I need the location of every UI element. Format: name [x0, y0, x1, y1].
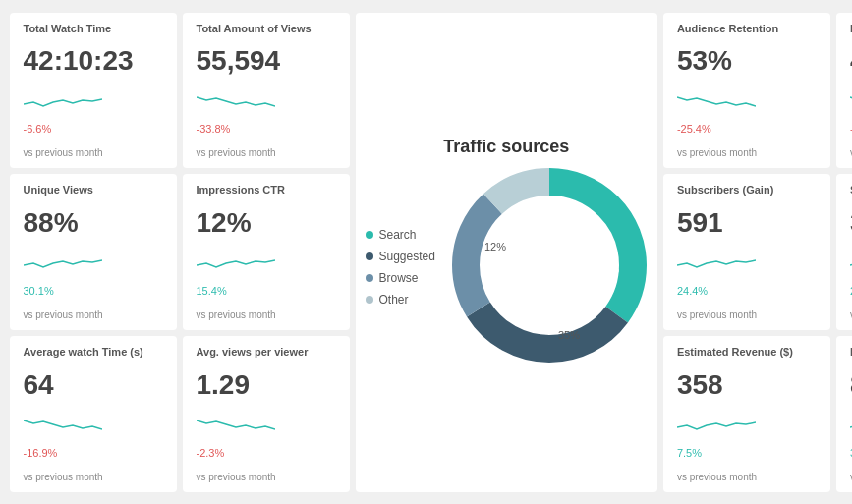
card-title: Avg. views per viewer	[197, 346, 336, 359]
sparkline	[677, 253, 817, 271]
card-vs: vs previous month	[197, 472, 336, 482]
card-value: 42:10:23	[24, 46, 163, 77]
sparkline	[24, 416, 163, 433]
card-unique-views: Unique Views 88% 30.1% vs previous month	[10, 174, 177, 330]
card-vs: vs previous month	[677, 309, 817, 320]
card-total-views: Total Amount of Views 55,594 -33.8% vs p…	[183, 13, 350, 169]
legend-label-other: Other	[379, 293, 409, 307]
card-estimated-revenue: Estimated Revenue ($) 358 7.5% vs previo…	[663, 336, 830, 492]
card-change: 7.5%	[677, 447, 817, 459]
card-title: Estimated Revenue ($)	[677, 346, 817, 359]
card-vs: vs previous month	[24, 147, 163, 158]
sparkline-negative	[24, 92, 163, 110]
card-vs: vs previous month	[197, 147, 336, 158]
card-value: 53%	[677, 46, 817, 77]
dashboard: Total Watch Time 42:10:23 -6.6% vs previ…	[4, 7, 849, 498]
card-value: 358	[677, 370, 817, 401]
card-change: 30.1%	[24, 285, 163, 297]
donut-chart: 35% 31% 22% 12%	[451, 167, 648, 367]
legend-item-other: Other	[366, 293, 435, 307]
card-change: -33.8%	[197, 123, 336, 135]
card-avg-watch-time: Average watch Time (s) 64 -16.9% vs prev…	[10, 336, 177, 492]
card-change: -2.3%	[197, 447, 336, 459]
card-subscribers-gain: Subscribers (Gain) 591 24.4% vs previous…	[663, 174, 830, 330]
card-title: Subscribers (Gain)	[677, 184, 817, 196]
card-audience-retention: Audience Retention 53% -25.4% vs previou…	[663, 13, 830, 169]
legend-dot-browse	[366, 274, 373, 282]
card-value: 591	[677, 208, 817, 239]
card-impressions-ctr: Impressions CTR 12% 15.4% vs previous mo…	[183, 174, 350, 330]
card-value: 12%	[197, 208, 336, 239]
card-change: -16.9%	[24, 447, 163, 459]
card-vs: vs previous month	[677, 472, 817, 482]
traffic-sources-panel: Traffic sources Search Suggested Browse …	[356, 13, 657, 492]
sparkline	[677, 416, 817, 433]
legend-item-browse: Browse	[366, 271, 435, 285]
card-title: Unique Views	[24, 184, 163, 196]
donut-inner	[495, 211, 603, 319]
sparkline	[197, 92, 336, 110]
card-change: 15.4%	[197, 285, 336, 297]
legend-dot-search	[366, 231, 373, 239]
legend-label-search: Search	[379, 228, 417, 242]
sparkline	[197, 253, 336, 271]
card-vs: vs previous month	[24, 472, 163, 482]
sparkline	[24, 253, 163, 271]
card-vs: vs previous month	[677, 147, 817, 158]
card-title: Total Watch Time	[24, 23, 163, 35]
card-value: 55,594	[197, 46, 336, 77]
card-value: 64	[24, 370, 163, 401]
card-value: 88%	[24, 208, 163, 239]
legend-label-suggested: Suggested	[379, 250, 435, 263]
legend-item-suggested: Suggested	[366, 250, 435, 263]
card-title: Impressions CTR	[197, 184, 336, 196]
label-35: 35%	[558, 329, 580, 341]
card-change: 24.4%	[677, 285, 817, 297]
card-total-watch-time: Total Watch Time 42:10:23 -6.6% vs previ…	[10, 13, 177, 169]
card-monetized-playbacks: Monetized playbacks (%) 88% 30.1% vs pre…	[836, 336, 852, 492]
traffic-title: Traffic sources	[443, 137, 569, 157]
card-title: Total Amount of Views	[197, 23, 336, 35]
card-vs: vs previous month	[197, 309, 336, 320]
traffic-content: Search Suggested Browse Other	[366, 167, 648, 367]
legend-dot-suggested	[366, 252, 373, 260]
card-title: Audience Retention	[677, 23, 817, 35]
legend-dot-other	[366, 296, 373, 304]
label-31: 31%	[597, 263, 619, 275]
card-change: -25.4%	[677, 123, 817, 135]
legend-item-search: Search	[366, 228, 435, 242]
legend-label-browse: Browse	[379, 271, 419, 285]
traffic-legend: Search Suggested Browse Other	[366, 228, 435, 307]
label-12: 12%	[484, 241, 506, 252]
card-engagement: Engagement 42,419 -27.1% vs previous mon…	[836, 13, 852, 169]
sparkline	[197, 416, 336, 433]
sparkline	[677, 92, 817, 110]
card-value: 1.29	[197, 370, 336, 401]
card-title: Average watch Time (s)	[24, 346, 163, 359]
label-22: 22%	[563, 211, 585, 223]
card-subscribers-lost: Subscribers (Lost) 36 2.9% vs previous m…	[836, 174, 852, 330]
card-vs: vs previous month	[24, 309, 163, 320]
card-avg-views-per-viewer: Avg. views per viewer 1.29 -2.3% vs prev…	[183, 336, 350, 492]
card-change: -6.6%	[24, 123, 163, 135]
